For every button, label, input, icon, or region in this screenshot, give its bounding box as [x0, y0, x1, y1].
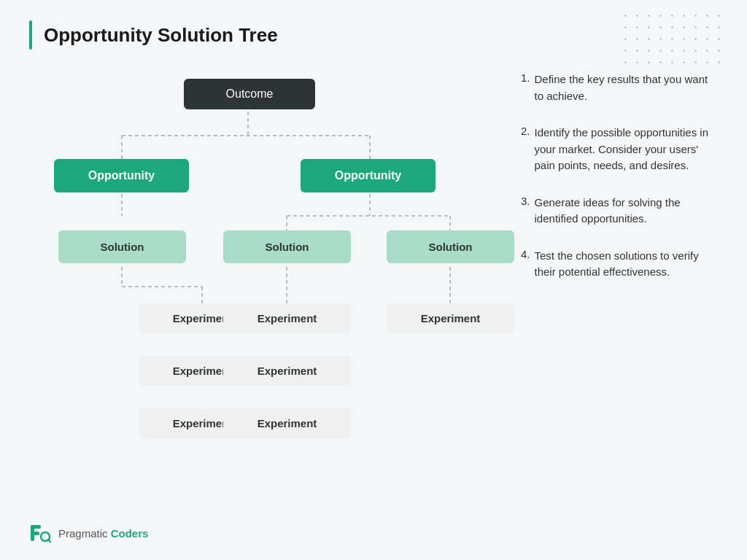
experiment-node-6: Experiment	[223, 408, 351, 438]
instruction-text-2: Identify the possible opportunities in y…	[535, 125, 711, 174]
experiment-5-label: Experiment	[223, 356, 351, 386]
brand-word-2: Coders	[111, 527, 149, 540]
brand-word-1: Pragmatic	[58, 527, 108, 540]
experiment-6-label: Experiment	[223, 408, 351, 438]
svg-rect-16	[31, 525, 41, 529]
footer: Pragmatic Coders	[29, 522, 148, 544]
svg-line-19	[48, 540, 50, 542]
instruction-text-3: Generate ideas for solving the identifie…	[535, 195, 711, 228]
instruction-number-1: 1.	[521, 71, 530, 84]
solution-3-label: Solution	[387, 230, 514, 263]
instruction-number-4: 4.	[521, 248, 530, 260]
instruction-text-1: Define the key results that you want to …	[535, 71, 711, 104]
brand-name: Pragmatic Coders	[58, 527, 148, 540]
dot-pattern-decoration: const dp = document.querySelector('.dot-…	[624, 15, 725, 69]
opportunity-node-1: Opportunity	[54, 159, 189, 192]
brand-logo	[29, 522, 51, 544]
instruction-item-1: 1. Define the key results that you want …	[521, 71, 711, 104]
solution-node-2: Solution	[223, 230, 351, 263]
experiment-node-7: Experiment	[387, 303, 514, 333]
opportunity-node-2: Opportunity	[301, 159, 436, 192]
instruction-item-3: 3. Generate ideas for solving the identi…	[521, 195, 711, 228]
opportunity-1-label: Opportunity	[54, 159, 189, 192]
instructions-panel: 1. Define the key results that you want …	[499, 64, 725, 502]
solution-1-label: Solution	[58, 230, 186, 263]
instruction-number-2: 2.	[521, 125, 530, 137]
experiment-node-5: Experiment	[223, 356, 351, 386]
solution-node-1: Solution	[58, 230, 186, 263]
outcome-node: Outcome	[184, 79, 315, 109]
opportunity-2-label: Opportunity	[301, 159, 436, 192]
tree-wrapper: Outcome Opportunity Opportunity Solution…	[22, 71, 489, 494]
solution-2-label: Solution	[223, 230, 351, 263]
outcome-label: Outcome	[184, 79, 315, 109]
page-title: Opportunity Solution Tree	[44, 24, 278, 47]
experiment-4-label: Experiment	[223, 303, 351, 333]
main-content: Outcome Opportunity Opportunity Solution…	[0, 64, 747, 502]
svg-rect-17	[31, 532, 39, 535]
instruction-item-2: 2. Identify the possible opportunities i…	[521, 125, 711, 174]
instruction-text-4: Test the chosen solutions to verify thei…	[535, 248, 711, 281]
tree-area: Outcome Opportunity Opportunity Solution…	[22, 64, 499, 502]
solution-node-3: Solution	[387, 230, 514, 263]
instruction-item-4: 4. Test the chosen solutions to verify t…	[521, 248, 711, 281]
header-accent-bar	[29, 20, 32, 50]
instruction-number-3: 3.	[521, 195, 530, 207]
experiment-node-4: Experiment	[223, 303, 351, 333]
experiment-7-label: Experiment	[387, 303, 514, 333]
